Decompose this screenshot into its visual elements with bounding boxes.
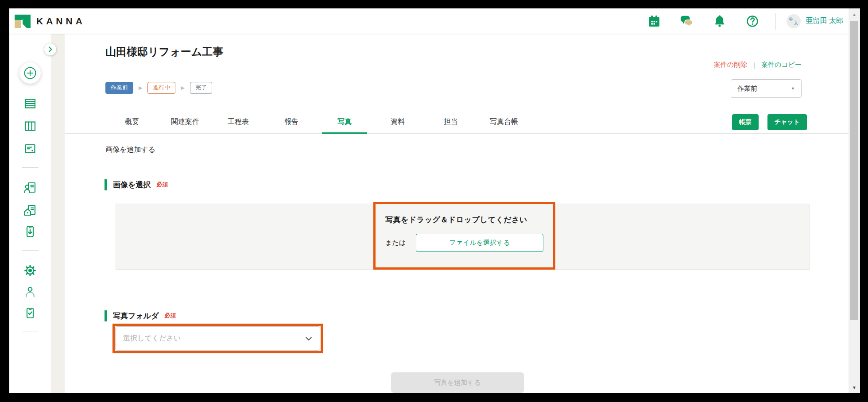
sidebar-item-member-report[interactable] <box>23 181 37 194</box>
chat-icon[interactable] <box>680 14 694 28</box>
delete-case-link[interactable]: 案件の削除 <box>714 61 747 69</box>
required-badge: 必須 <box>156 181 168 189</box>
required-badge: 必須 <box>165 312 176 320</box>
tab-schedule[interactable]: 工程表 <box>212 111 265 133</box>
plus-circle-icon <box>19 62 41 84</box>
tab-action-buttons: 帳票 チャット <box>732 114 807 130</box>
page-action-label: 画像を追加する <box>105 145 155 155</box>
status-badge-before-work: 作業前 <box>105 82 133 94</box>
copy-case-link[interactable]: 案件のコピー <box>761 61 802 69</box>
avatar[interactable]: 亜 太 <box>787 14 801 28</box>
or-label: または <box>385 239 406 247</box>
app-window: KANNA <box>9 8 860 393</box>
tabs: 概要 関連案件 工程表 報告 写真 資料 担当 写真台帳 <box>105 111 531 133</box>
calendar-icon[interactable] <box>647 14 661 28</box>
header-actions: 亜 太 亜留田 太郎 <box>628 8 843 34</box>
notification-bell-icon[interactable] <box>713 14 727 28</box>
sidebar-divider <box>22 167 39 168</box>
ledger-button[interactable]: 帳票 <box>732 114 759 130</box>
scrollbar-up-arrow[interactable]: ▲ <box>849 11 860 19</box>
tabs-bar: 概要 関連案件 工程表 報告 写真 資料 担当 写真台帳 帳票 チャット <box>65 111 849 134</box>
kanna-logo[interactable]: KANNA <box>15 15 85 28</box>
chevron-right-icon <box>44 43 56 55</box>
sidebar-item-tasks[interactable] <box>23 306 37 320</box>
member-report-icon <box>23 181 37 194</box>
section-accent-bar <box>105 179 107 190</box>
tab-photo-ledger[interactable]: 写真台帳 <box>477 111 531 133</box>
select-placeholder: 選択してください <box>123 334 181 343</box>
tab-photos[interactable]: 写真 <box>318 111 371 133</box>
tab-overview[interactable]: 概要 <box>105 111 159 133</box>
status-badge-in-progress: 進行中 <box>147 82 175 94</box>
app-header: KANNA <box>9 8 849 34</box>
tab-related-cases[interactable]: 関連案件 <box>159 111 212 133</box>
main-content: 山田様邸リフォーム工事 案件の削除 | 案件のコピー 作業前 ▶ 進行中 ▶ 完… <box>65 34 849 393</box>
calendar-icon-glyph <box>647 14 661 28</box>
photo-folder-select[interactable]: 選択してください <box>115 326 320 351</box>
sidebar-item-settings[interactable] <box>23 264 37 277</box>
create-new-button[interactable] <box>19 62 41 84</box>
case-actions: 案件の削除 | 案件のコピー <box>714 61 802 69</box>
folder-select-highlight-box: 選択してください <box>112 324 323 353</box>
image-section-title: 画像を選択 <box>113 180 151 190</box>
card-icon <box>23 142 37 155</box>
dropzone-heading: 写真をドラッグ＆ドロップしてください <box>385 215 543 225</box>
sidebar-item-site-report[interactable] <box>23 204 37 217</box>
dropzone-highlight-box: 写真をドラッグ＆ドロップしてください または ファイルを選択する <box>373 202 555 270</box>
scrollbar-thumb[interactable] <box>850 21 858 320</box>
scrollbar[interactable]: ▲ ▼ <box>849 8 860 393</box>
site-report-icon <box>23 204 37 217</box>
tasks-clipboard-icon <box>23 306 37 320</box>
page-title: 山田様邸リフォーム工事 <box>105 45 223 59</box>
scrollbar-down-arrow[interactable]: ▼ <box>849 384 860 392</box>
sidebar <box>9 34 51 393</box>
sidebar-item-board[interactable] <box>23 120 37 133</box>
sidebar-expand-button[interactable] <box>44 43 56 55</box>
avatar-char-2: 太 <box>794 19 799 27</box>
tab-reports[interactable]: 報告 <box>265 111 318 133</box>
profile-icon <box>23 285 37 298</box>
settings-gear-icon <box>23 264 37 277</box>
project-list-icon <box>23 97 37 110</box>
image-section-header: 画像を選択 必須 <box>105 178 168 191</box>
tab-assignees[interactable]: 担当 <box>424 111 477 133</box>
header-divider <box>775 13 776 30</box>
app-download-icon <box>23 225 37 238</box>
sidebar-divider <box>22 332 39 332</box>
step-arrow-icon: ▶ <box>139 85 142 91</box>
sidebar-item-cards[interactable] <box>23 142 37 155</box>
select-file-button[interactable]: ファイルを選択する <box>416 234 543 252</box>
folder-section-title: 写真フォルダ <box>113 311 159 321</box>
sidebar-item-project-list[interactable] <box>23 97 37 110</box>
step-arrow-icon: ▶ <box>181 85 184 91</box>
board-columns-icon <box>23 120 37 133</box>
status-steps: 作業前 ▶ 進行中 ▶ 完了 <box>105 82 212 94</box>
help-icon-glyph <box>745 14 760 28</box>
status-dropdown-value: 作業前 <box>737 85 757 93</box>
links-separator: | <box>753 61 755 69</box>
user-name[interactable]: 亜留田 太郎 <box>806 16 843 26</box>
chevron-down-icon <box>305 336 312 341</box>
help-icon[interactable] <box>745 14 760 28</box>
tab-documents[interactable]: 資料 <box>371 111 424 133</box>
status-dropdown[interactable]: 作業前 ▼ <box>731 79 802 98</box>
add-photos-button[interactable]: 写真を追加する <box>391 372 524 393</box>
kanna-logo-icon <box>15 15 31 28</box>
caret-down-icon: ▼ <box>791 86 795 91</box>
chat-button[interactable]: チャット <box>767 114 807 130</box>
sidebar-item-app-download[interactable] <box>23 225 37 238</box>
sidebar-divider <box>22 250 39 251</box>
dropzone-actions: または ファイルを選択する <box>385 234 543 252</box>
logo-text: KANNA <box>36 16 85 27</box>
section-accent-bar <box>105 310 107 321</box>
chat-icon-glyph <box>680 14 694 28</box>
sidebar-item-profile[interactable] <box>23 285 37 298</box>
folder-section-header: 写真フォルダ 必須 <box>105 309 176 322</box>
bell-icon-glyph <box>713 14 727 28</box>
status-badge-complete: 完了 <box>190 82 212 94</box>
